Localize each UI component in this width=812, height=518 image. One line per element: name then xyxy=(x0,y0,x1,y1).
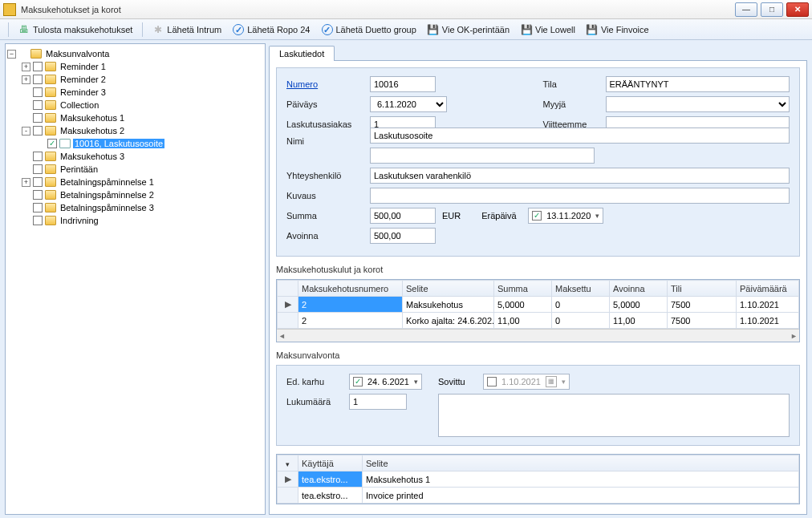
costs-grid[interactable]: MaksukehotusnumeroSeliteSummaMaksettuAvo… xyxy=(276,279,800,342)
maximize-button[interactable]: □ xyxy=(761,2,783,17)
laskutusasiakas-label: Laskutusasiakas xyxy=(286,119,363,129)
export-lowell-button[interactable]: Vie Lowell xyxy=(516,22,580,37)
kuvaus-label: Kuvaus xyxy=(286,191,363,200)
check-icon xyxy=(233,24,244,35)
mv-group: Ed. karhu 24. 6.2021▾ Lukumäärä Sovittu … xyxy=(276,365,800,446)
mv-title: Maksunvalvonta xyxy=(276,350,800,360)
costs-title: Maksukehotuskulut ja korot xyxy=(276,265,800,274)
summa-input[interactable] xyxy=(370,208,436,224)
sovittu-datepicker[interactable]: 1.10.2021▦▾ xyxy=(483,374,570,390)
avoinna-input[interactable] xyxy=(370,228,436,244)
app-icon xyxy=(3,3,16,16)
calendar-icon: ▦ xyxy=(546,376,557,387)
myyja-label: Myyjä xyxy=(543,99,599,109)
erapaiva-datepicker[interactable]: 13.11.2020▾ xyxy=(528,208,603,224)
lukumaara-input[interactable] xyxy=(349,394,407,410)
tree-item[interactable]: +Betalningspåminnelse 1 xyxy=(22,176,263,188)
sovittu-checkbox[interactable] xyxy=(487,377,497,386)
disk-icon xyxy=(428,24,439,35)
tree-item[interactable]: Maksukehotus 1 xyxy=(22,111,263,124)
myyja-select[interactable] xyxy=(606,96,790,112)
chevron-down-icon: ▾ xyxy=(595,212,599,220)
nimi-input[interactable] xyxy=(370,127,790,144)
export-ok-button[interactable]: Vie OK-perintään xyxy=(423,22,514,37)
send-intrum-button[interactable]: Lähetä Intrum xyxy=(148,22,226,37)
edkarhu-checkbox[interactable] xyxy=(353,377,363,386)
tree-item[interactable]: Betalningspåminnelse 2 xyxy=(22,188,263,201)
log-grid[interactable]: KäyttäjäSelite ▶tea.ekstro...Maksukehotu… xyxy=(276,454,800,504)
edkarhu-label: Ed. karhu xyxy=(286,377,343,386)
erapaiva-checkbox[interactable] xyxy=(532,211,542,221)
tree-item[interactable]: -Maksukehotus 2 xyxy=(22,124,263,137)
close-button[interactable]: ✕ xyxy=(786,2,809,17)
tree-item[interactable]: +Reminder 2 xyxy=(22,73,263,86)
kuvaus-input[interactable] xyxy=(370,188,790,204)
currency-label: EUR xyxy=(442,211,461,221)
sovittu-label: Sovittu xyxy=(438,377,477,386)
tree-item[interactable]: Collection xyxy=(22,99,263,111)
disk-icon xyxy=(587,24,598,35)
print-icon xyxy=(18,24,30,35)
lukumaara-label: Lukumäärä xyxy=(286,397,343,407)
sidebar-tree[interactable]: − Maksunvalvonta +Reminder 1+Reminder 2R… xyxy=(5,43,266,515)
yhteyshenkilo-input[interactable] xyxy=(370,168,790,184)
tila-input[interactable] xyxy=(606,76,790,92)
numero-input[interactable] xyxy=(370,76,436,92)
invoice-form: Numero Päiväys6.11.2020 Laskutusasiakas … xyxy=(276,67,800,257)
print-reminders-button[interactable]: Tulosta maksukehotukset xyxy=(14,22,137,37)
tree-item[interactable]: +Reminder 1 xyxy=(22,60,263,73)
table-row[interactable]: 2Korko ajalta: 24.6.202...11,00011,00750… xyxy=(278,313,799,329)
send-icon xyxy=(152,24,164,35)
title-bar: Maksukehotukset ja korot — □ ✕ xyxy=(0,0,812,19)
tila-label: Tila xyxy=(543,79,599,89)
tree-item[interactable]: Betalningspåminnelse 3 xyxy=(22,201,263,214)
nimi-label: Nimi xyxy=(286,136,363,146)
tabstrip: Laskutiedot xyxy=(269,43,807,61)
yhteyshenkilo-label: Yhteyshenkilö xyxy=(286,171,363,180)
window-title: Maksukehotukset ja korot xyxy=(21,5,735,14)
tab-invoice[interactable]: Laskutiedot xyxy=(269,46,335,61)
erapaiva-label: Eräpäivä xyxy=(481,211,522,221)
send-duetto-button[interactable]: Lähetä Duetto group xyxy=(317,22,421,37)
toolbar: Tulosta maksukehotukset Lähetä Intrum Lä… xyxy=(0,19,812,40)
tree-item[interactable]: Maksukehotus 3 xyxy=(22,150,263,163)
nimi2-input[interactable] xyxy=(370,148,595,164)
tree-item[interactable]: Reminder 3 xyxy=(22,86,263,99)
summa-label: Summa xyxy=(286,211,363,221)
h-scrollbar[interactable]: ◄► xyxy=(277,329,799,342)
tree-item-child[interactable]: 10016, Laskutusosoite xyxy=(36,137,263,150)
disk-icon xyxy=(521,24,532,35)
sort-icon[interactable] xyxy=(278,455,298,471)
tree-root[interactable]: − Maksunvalvonta xyxy=(7,47,263,60)
tree-item[interactable]: Indrivning xyxy=(22,214,263,227)
export-finvoice-button[interactable]: Vie Finvoice xyxy=(582,22,654,37)
minimize-button[interactable]: — xyxy=(735,2,757,17)
paivays-select[interactable]: 6.11.2020 xyxy=(370,96,447,112)
chevron-down-icon: ▾ xyxy=(414,378,418,386)
table-row[interactable]: tea.ekstro...Invoice printed xyxy=(278,488,799,504)
send-ropo-button[interactable]: Lähetä Ropo 24 xyxy=(228,22,315,37)
notes-textarea[interactable] xyxy=(438,394,790,437)
paivays-label: Päiväys xyxy=(286,99,363,109)
table-row[interactable]: ▶tea.ekstro...Maksukehotus 1 xyxy=(278,471,799,488)
avoinna-label: Avoinna xyxy=(286,231,363,241)
tree-item[interactable]: Perintään xyxy=(22,163,263,176)
table-row[interactable]: ▶2Maksukehotus5,000005,000075001.10.2021 xyxy=(278,297,799,313)
numero-label[interactable]: Numero xyxy=(286,79,363,89)
check-icon xyxy=(322,24,333,35)
edkarhu-datepicker[interactable]: 24. 6.2021▾ xyxy=(349,374,422,390)
